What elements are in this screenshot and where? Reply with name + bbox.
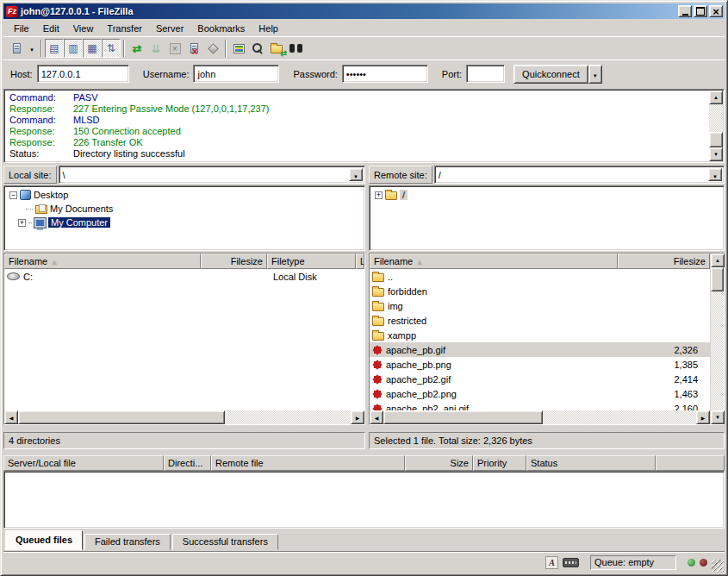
refresh-button[interactable]: ⇄	[128, 39, 146, 58]
title-bar[interactable]: Fz john@127.0.0.1 - FileZilla	[3, 3, 725, 19]
combo-dropdown-button[interactable]	[708, 168, 722, 181]
tab-failed-transfers[interactable]: Failed transfers	[84, 534, 171, 550]
scrollbar-thumb[interactable]	[709, 132, 723, 147]
column-header-status[interactable]: Status	[526, 455, 656, 471]
scroll-right-icon[interactable]: ▶	[696, 410, 710, 424]
data-type-indicator-icon[interactable]: A	[545, 556, 558, 569]
tree-item-root[interactable]: + /	[370, 188, 724, 202]
column-header-priority[interactable]: Priority	[473, 455, 526, 471]
image-file-icon	[372, 345, 383, 355]
remote-site-combo[interactable]: /	[434, 166, 725, 184]
column-header-remote-file[interactable]: Remote file	[211, 455, 405, 471]
local-hscrollbar[interactable]: ◀ ▶	[4, 410, 364, 424]
toggle-transfer-queue-button[interactable]: ⇅	[102, 39, 121, 58]
file-name: apache_pb.gif	[386, 345, 445, 355]
scroll-left-icon[interactable]: ◀	[4, 410, 18, 424]
scrollbar-thumb[interactable]	[18, 410, 225, 424]
log-scrollbar[interactable]: ▲ ▼	[709, 91, 723, 161]
menu-server[interactable]: Server	[149, 22, 190, 35]
file-row[interactable]: apache_pb2.gif2,414	[370, 372, 710, 386]
scroll-right-icon[interactable]: ▶	[351, 410, 364, 424]
menu-bookmarks[interactable]: Bookmarks	[190, 22, 252, 35]
file-row[interactable]: ..	[370, 269, 710, 284]
log-text: 150 Connection accepted	[73, 126, 181, 136]
quickconnect-button[interactable]: Quickconnect	[513, 65, 588, 84]
file-search-button[interactable]	[248, 39, 267, 58]
log-text: PASV	[73, 92, 98, 103]
folder-icon	[385, 191, 397, 200]
column-header-filename[interactable]: Filename	[370, 254, 618, 269]
file-row-selected[interactable]: apache_pb.gif2,326	[370, 342, 710, 357]
directory-listing-filter-button[interactable]	[229, 39, 248, 58]
expand-icon[interactable]: +	[18, 219, 26, 227]
menu-bar: File Edit View Transfer Server Bookmarks…	[3, 20, 725, 36]
column-header-lastmodified[interactable]: L	[356, 254, 364, 269]
tree-connector	[26, 209, 33, 210]
file-row[interactable]: apache_pb.png1,385	[370, 357, 710, 372]
menu-file[interactable]: File	[7, 22, 36, 35]
speed-limit-indicator-icon[interactable]	[563, 558, 579, 567]
disconnect-button[interactable]	[184, 39, 203, 58]
collapse-icon[interactable]: −	[9, 191, 17, 199]
scroll-down-icon[interactable]: ▼	[709, 147, 723, 161]
file-row[interactable]: apache_pb2_ani.gif2,160	[370, 401, 710, 410]
remote-vscrollbar[interactable]: ▲ ▼	[710, 254, 724, 424]
toggle-remote-tree-button[interactable]: ▦	[83, 39, 102, 58]
directory-comparison-button[interactable]	[286, 39, 305, 58]
combo-dropdown-button[interactable]	[349, 168, 363, 181]
toggle-local-tree-button[interactable]: ▥	[64, 39, 83, 58]
column-header-filesize[interactable]: Filesize	[201, 254, 267, 269]
directory-listing-filter-icon	[233, 44, 245, 53]
column-header-server-local-file[interactable]: Server/Local file	[3, 455, 164, 471]
cancel-button[interactable]: ×	[165, 39, 184, 58]
scroll-down-icon[interactable]: ▼	[711, 410, 725, 424]
disconnect-icon	[190, 43, 198, 53]
toggle-message-log-button[interactable]: ▤	[45, 39, 64, 58]
site-manager-dropdown-button[interactable]	[26, 39, 38, 58]
resize-grip[interactable]	[712, 560, 724, 572]
column-header-filename[interactable]: Filename	[4, 254, 201, 269]
host-input[interactable]	[37, 65, 129, 83]
synchronized-browsing-button[interactable]	[267, 39, 286, 58]
remote-hscrollbar[interactable]: ◀ ▶	[370, 410, 710, 424]
toggle-transfer-queue-icon: ⇅	[107, 43, 115, 53]
menu-help[interactable]: Help	[252, 22, 285, 35]
tab-successful-transfers[interactable]: Successful transfers	[172, 534, 278, 550]
column-header-size[interactable]: Size	[405, 455, 473, 471]
scroll-up-icon[interactable]: ▲	[711, 254, 725, 267]
file-row-c-drive[interactable]: C: Local Disk	[4, 269, 364, 284]
expand-icon[interactable]: +	[375, 191, 383, 199]
scroll-left-icon[interactable]: ◀	[370, 410, 383, 424]
scroll-up-icon[interactable]: ▲	[709, 91, 723, 104]
minimize-button[interactable]	[678, 5, 692, 17]
scrollbar-thumb[interactable]	[711, 267, 724, 291]
column-header-direction[interactable]: Directi...	[164, 455, 211, 471]
column-header-filesize[interactable]: Filesize	[618, 254, 710, 269]
local-site-combo[interactable]: \	[59, 166, 365, 184]
file-row[interactable]: forbidden	[370, 284, 710, 298]
quickconnect-dropdown-button[interactable]	[588, 65, 602, 84]
password-input[interactable]	[342, 65, 428, 83]
close-button[interactable]	[709, 5, 723, 17]
file-row[interactable]: apache_pb2.png1,463	[370, 386, 710, 401]
site-manager-button[interactable]	[7, 39, 26, 58]
menu-transfer[interactable]: Transfer	[100, 22, 149, 35]
file-row[interactable]: img	[370, 298, 710, 313]
tree-item-desktop[interactable]: − Desktop	[4, 188, 364, 202]
menu-view[interactable]: View	[66, 22, 101, 35]
port-input[interactable]	[466, 65, 505, 83]
menu-edit[interactable]: Edit	[36, 22, 66, 35]
file-row[interactable]: restricted	[370, 313, 710, 328]
tree-item-my-computer[interactable]: + My Computer	[4, 216, 364, 229]
reconnect-button[interactable]	[203, 39, 222, 58]
username-input[interactable]	[193, 65, 279, 83]
tree-item-my-documents[interactable]: My Documents	[4, 202, 364, 216]
tab-queued-files[interactable]: Queued files	[5, 530, 83, 550]
maximize-button[interactable]	[694, 5, 707, 17]
process-queue-button[interactable]: ⇊	[146, 39, 165, 58]
column-header-filetype[interactable]: Filetype	[267, 254, 356, 269]
chevron-down-icon	[353, 170, 358, 180]
file-name: ..	[388, 272, 393, 282]
file-row[interactable]: xampp	[370, 328, 710, 342]
scrollbar-thumb[interactable]	[383, 410, 543, 424]
